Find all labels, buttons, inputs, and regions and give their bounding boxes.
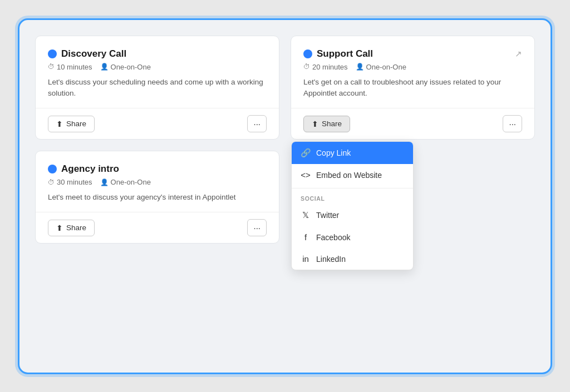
card-title-row: Agency intro xyxy=(48,163,119,175)
share-label: Share xyxy=(66,120,86,128)
share-button-active[interactable]: ⬆ Share xyxy=(303,116,350,132)
share-icon: ⬆ xyxy=(312,120,318,128)
type-label: One-on-One xyxy=(366,63,406,71)
duration-label: 10 minutes xyxy=(57,63,92,71)
card-title-row: Discovery Call xyxy=(48,48,126,59)
duration-label: 30 minutes xyxy=(57,178,92,186)
duration-label: 20 minutes xyxy=(312,63,348,71)
external-link-icon[interactable]: ↗ xyxy=(515,49,522,59)
card-title-row: Support Call xyxy=(303,48,373,59)
status-dot xyxy=(303,49,312,58)
card-footer: ⬆ Share ··· xyxy=(36,212,279,243)
duration-meta: ⏱ 10 minutes xyxy=(48,63,92,71)
card-discovery-call: Discovery Call ⏱ 10 minutes 👤 One-on-One… xyxy=(35,36,279,140)
twitter-item[interactable]: 𝕏 Twitter xyxy=(292,204,413,226)
code-icon: <> xyxy=(301,170,311,180)
card-description: Let's discuss your scheduling needs and … xyxy=(48,77,267,100)
link-icon: 🔗 xyxy=(301,148,311,158)
card-footer: ⬆ Share ··· xyxy=(36,108,279,139)
card-footer: ⬆ Share ··· 🔗 Copy Link <> xyxy=(291,108,534,139)
dropdown-divider xyxy=(292,188,413,188)
share-label: Share xyxy=(322,120,342,128)
more-button[interactable]: ··· xyxy=(247,219,267,236)
card-header: Discovery Call xyxy=(48,48,267,59)
twitter-label: Twitter xyxy=(316,211,339,220)
status-dot xyxy=(48,165,57,173)
type-label: One-on-One xyxy=(111,63,151,71)
share-dropdown: 🔗 Copy Link <> Embed on Website SOCIAL 𝕏… xyxy=(291,141,414,270)
more-dots: ··· xyxy=(253,223,261,232)
share-button[interactable]: ⬆ Share xyxy=(48,116,95,132)
type-meta: 👤 One-on-One xyxy=(100,63,151,71)
embed-label: Embed on Website xyxy=(316,171,382,180)
more-dots: ··· xyxy=(509,119,516,128)
person-icon: 👤 xyxy=(100,63,109,71)
app-container: Discovery Call ⏱ 10 minutes 👤 One-on-One… xyxy=(18,18,552,374)
share-button[interactable]: ⬆ Share xyxy=(48,220,95,236)
card-header: Support Call ↗ xyxy=(303,48,522,59)
card-meta: ⏱ 20 minutes 👤 One-on-One xyxy=(303,63,522,71)
linkedin-label: LinkedIn xyxy=(316,255,346,264)
duration-meta: ⏱ 30 minutes xyxy=(48,178,92,186)
card-meta: ⏱ 30 minutes 👤 One-on-One xyxy=(48,178,267,186)
status-dot xyxy=(48,49,57,58)
card-header: Agency intro xyxy=(48,163,267,175)
card-description: Let's meet to discuss your agency's inte… xyxy=(48,192,267,203)
linkedin-item[interactable]: in LinkedIn xyxy=(292,248,413,270)
person-icon: 👤 xyxy=(100,178,109,186)
embed-item[interactable]: <> Embed on Website xyxy=(292,164,413,186)
facebook-item[interactable]: f Facebook xyxy=(292,226,413,248)
share-icon: ⬆ xyxy=(56,120,63,128)
card-title: Agency intro xyxy=(61,163,119,175)
person-icon: 👤 xyxy=(356,63,364,71)
card-title: Support Call xyxy=(317,48,373,59)
clock-icon: ⏱ xyxy=(48,178,55,186)
social-section-label: SOCIAL xyxy=(292,191,413,204)
card-support-call: Support Call ↗ ⏱ 20 minutes 👤 One-on-One… xyxy=(291,36,535,140)
more-button[interactable]: ··· xyxy=(503,115,522,132)
card-agency-intro: Agency intro ⏱ 30 minutes 👤 One-on-One L… xyxy=(35,151,279,244)
type-label: One-on-One xyxy=(111,178,151,186)
card-description: Let's get on a call to troubleshoot any … xyxy=(303,77,522,100)
card-title: Discovery Call xyxy=(61,48,126,59)
twitter-icon: 𝕏 xyxy=(301,210,311,220)
card-meta: ⏱ 10 minutes 👤 One-on-One xyxy=(48,63,267,71)
copy-link-label: Copy Link xyxy=(316,148,351,157)
type-meta: 👤 One-on-One xyxy=(356,63,406,71)
more-button[interactable]: ··· xyxy=(247,115,267,132)
share-icon: ⬆ xyxy=(56,224,63,232)
dropdown-menu: 🔗 Copy Link <> Embed on Website SOCIAL 𝕏… xyxy=(291,141,414,270)
more-dots: ··· xyxy=(253,119,261,128)
linkedin-icon: in xyxy=(301,254,311,264)
cards-grid: Discovery Call ⏱ 10 minutes 👤 One-on-One… xyxy=(35,36,535,244)
type-meta: 👤 One-on-One xyxy=(100,178,151,186)
facebook-label: Facebook xyxy=(316,233,350,242)
clock-icon: ⏱ xyxy=(303,63,310,71)
facebook-icon: f xyxy=(301,232,311,242)
copy-link-item[interactable]: 🔗 Copy Link xyxy=(292,142,413,164)
clock-icon: ⏱ xyxy=(48,63,55,71)
share-label: Share xyxy=(66,224,86,232)
duration-meta: ⏱ 20 minutes xyxy=(303,63,348,71)
